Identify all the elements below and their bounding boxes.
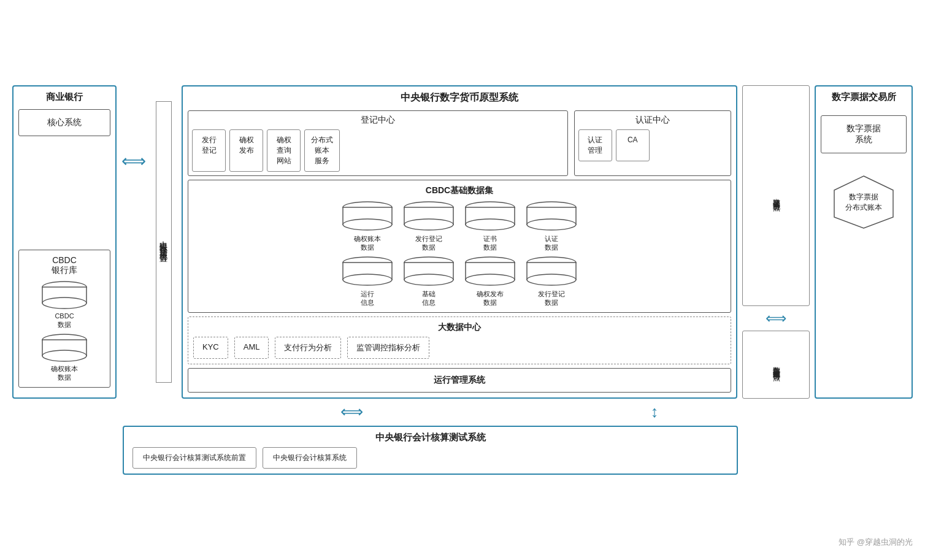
commercial-bank-title: 商业银行 [18,91,110,103]
vertical-label-box: 中央银行数字货币系统前置 [156,101,172,383]
bigdata-regulation: 监管调控指标分析 [347,337,429,359]
vertical-label-text: 中央银行数字货币系统前置 [159,234,169,249]
right-connector-bottom: 数字票据分布式账本央行节点 [742,331,810,399]
cbdc-db-r1-3: 证书数据 [462,201,518,252]
cbdc-db-r2-2: 基础信息 [401,256,456,307]
svg-point-2 [42,297,86,309]
vertical-label-col: 中央银行数字货币系统前置 [151,85,177,399]
cbdc-db-r1-4-icon [524,201,579,233]
digital-system-box: 数字票据系统 [821,115,907,153]
bottom-item-1: 中央银行会计核算测试系统前置 [132,447,256,469]
svg-point-20 [343,274,392,285]
right-connector-top-label: 发证登记子系统分节点 [771,193,781,199]
cbdc-db-r2-2-icon [401,256,456,288]
db1-icon [40,281,89,310]
right-connector-bottom-label: 数字票据分布式账本央行节点 [771,361,781,369]
svg-point-29 [527,274,576,285]
cbdc-db-r2-2-label: 基础信息 [422,290,436,307]
bottom-section-wrapper: 中央银行会计核算测试系统 中央银行会计核算测试系统前置 中央银行会计核算系统 [123,426,738,475]
cbdc-db1-label: CBDC数据 [55,312,74,329]
cbdc-db-r2-4-label: 发行登记数据 [538,290,565,307]
digital-exchange-title: 数字票据交易所 [821,91,907,103]
left-right-arrow: ⟺ [121,153,146,170]
cbdc-db-row1: 确权账本数据 发行登记数据 [193,201,726,252]
bottom-arrows: ⟺ ↕ [221,402,741,421]
cbdc-db-r2-3-label: 确权发布数据 [477,290,504,307]
auth-center-title: 认证中心 [578,115,727,126]
cbdc-data-title: CBDC基础数据集 [193,185,726,196]
cbdc-db2-label: 确权账本数据 [51,364,78,382]
watermark: 知乎 @穿越虫洞的光 [839,537,913,548]
bottom-title: 中央银行会计核算测试系统 [132,432,728,443]
auth-center: 认证中心 认证管理 CA [574,110,731,175]
cbdc-db-r2-3-icon [462,256,518,288]
cbdc-bank-title: CBDC银行库 [24,255,105,276]
cbdc-db-r1-4-label: 认证数据 [545,234,558,252]
cbdc-db-r1-3-label: 证书数据 [483,234,497,252]
right-connector-top: 发证登记子系统分节点 [742,85,810,306]
bigdata-section: 大数据中心 KYC AML 支付行为分析 监管调控指标分析 [188,316,731,364]
reg-item-2: 确权发布 [229,129,263,171]
top-layout: 商业银行 核心系统 CBDC银行库 CBDC数据 [12,85,913,399]
hexagon-label: 数字票据分布式账本 [845,192,882,213]
cbdc-db-r2-1: 运行信息 [340,256,395,307]
cbdc-db-r2-3: 确权发布数据 [462,256,518,307]
central-title: 中央银行数字货币原型系统 [188,91,731,104]
reg-item-4: 分布式账本服务 [304,129,340,171]
bottom-left-arrow: ⟺ [340,402,363,421]
svg-point-11 [404,219,453,230]
cbdc-db-r2-1-label: 运行信息 [361,290,374,307]
bigdata-items: KYC AML 支付行为分析 监管调控指标分析 [193,337,726,359]
reg-item-1: 发行登记 [192,129,226,171]
cbdc-bank-section: CBDC银行库 CBDC数据 [18,250,110,388]
registration-center: 登记中心 发行登记 确权发布 确权查询网站 分布式账本服务 [188,110,568,175]
hexagon-wrapper: 数字票据分布式账本 [821,173,907,231]
core-system-box: 核心系统 [18,109,110,136]
cbdc-db1: CBDC数据 [24,281,105,329]
bottom-items: 中央银行会计核算测试系统前置 中央银行会计核算系统 [132,447,728,469]
cbdc-db-r2-4-icon [524,256,579,288]
cbdc-db-r2-4: 发行登记数据 [524,256,579,307]
cbdc-db-r1-1-icon [340,201,395,233]
auth-item-ca: CA [616,129,650,161]
bottom-down-arrow: ↕ [651,402,659,421]
reg-item-3: 确权查询网站 [267,129,301,171]
hexagon-shape: 数字票据分布式账本 [830,173,897,231]
svg-point-26 [466,274,515,285]
cbdc-data-section: CBDC基础数据集 确权账本数据 [188,180,731,313]
cbdc-db-r1-2-icon [401,201,456,233]
db2-icon [40,334,89,363]
auth-items: 认证管理 CA [578,129,727,161]
bottom-item-2: 中央银行会计核算系统 [263,447,357,469]
cbdc-db2: 确权账本数据 [24,334,105,382]
svg-point-14 [466,219,515,230]
diagram-container: 商业银行 核心系统 CBDC银行库 CBDC数据 [12,85,913,475]
cbdc-db-r1-3-icon [462,201,518,233]
bigdata-aml: AML [234,337,269,359]
registration-items: 发行登记 确权发布 确权查询网站 分布式账本服务 [192,129,564,171]
cbdc-db-r1-4: 认证数据 [524,201,579,252]
cbdc-db-r1-1-label: 确权账本数据 [354,234,381,252]
vertical-arrow-area: ⟺ ↕ [221,404,741,421]
right-connector: 发证登记子系统分节点 ⟺ 数字票据分布式账本央行节点 [742,85,810,399]
bigdata-payment: 支付行为分析 [275,337,341,359]
registration-center-title: 登记中心 [192,115,564,126]
svg-point-5 [42,350,86,361]
digital-exchange-section: 数字票据交易所 数字票据系统 数字票据分布式账本 [815,85,913,399]
auth-item-1: 认证管理 [578,129,612,161]
ops-section: 运行管理系统 [188,368,731,393]
cbdc-db-r1-2-label: 发行登记数据 [415,234,442,252]
right-connector-arrow: ⟺ [766,310,786,327]
svg-point-23 [404,274,453,285]
svg-point-8 [343,219,392,230]
cbdc-db-r1-2: 发行登记数据 [401,201,456,252]
bottom-section: 中央银行会计核算测试系统 中央银行会计核算测试系统前置 中央银行会计核算系统 [123,426,738,475]
cbdc-db-row2: 运行信息 基础信息 [193,256,726,307]
svg-point-17 [527,219,576,230]
cbdc-db-r1-1: 确权账本数据 [340,201,395,252]
cbdc-db-r2-1-icon [340,256,395,288]
bigdata-title: 大数据中心 [193,322,726,333]
top-centers: 登记中心 发行登记 确权发布 确权查询网站 分布式账本服务 认证中心 认证管理 … [188,110,731,175]
central-bank-system: 中央银行数字货币原型系统 登记中心 发行登记 确权发布 确权查询网站 分布式账本… [182,85,737,399]
bigdata-kyc: KYC [193,337,228,359]
